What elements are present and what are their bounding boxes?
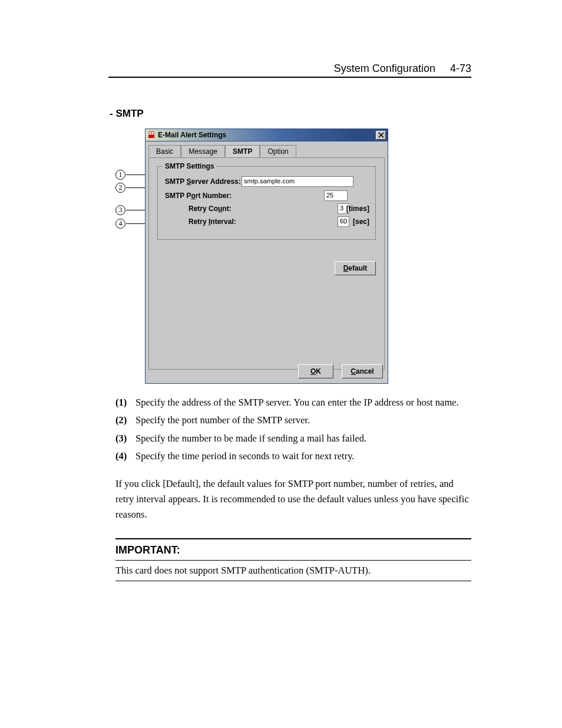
callout-1: 1 xyxy=(115,170,125,180)
tab-panel: SMTP Settings SMTP Server Address: smtp.… xyxy=(148,157,385,370)
tab-option[interactable]: Option xyxy=(260,145,296,157)
header-rule xyxy=(108,77,471,78)
callout-3: 3 xyxy=(115,205,125,215)
running-header: System Configuration 4-73 xyxy=(108,62,471,75)
input-port-number[interactable]: 25 xyxy=(324,190,348,201)
tab-message[interactable]: Message xyxy=(181,145,225,157)
label-server-address: SMTP Server Address: xyxy=(165,177,241,186)
app-icon xyxy=(147,131,156,139)
unit-retry-count: [times] xyxy=(346,205,369,213)
label-retry-count: Retry Count: xyxy=(189,205,232,213)
callout-2: 2 xyxy=(115,183,125,193)
description-list: (1)Specify the address of the SMTP serve… xyxy=(115,395,471,465)
dialog-title: E-Mail Alert Settings xyxy=(158,131,376,139)
important-mid-rule xyxy=(115,560,471,561)
callouts-container: 1 2 3 4 xyxy=(115,129,145,246)
input-server-address[interactable]: smtp.sample.com xyxy=(242,176,353,187)
chapter-title: System Configuration xyxy=(334,62,435,74)
row-port-number: SMTP Port Number: 25 xyxy=(165,190,369,202)
row-retry-count: Retry Count: 3 [times] xyxy=(165,203,369,215)
groupbox-smtp-settings: SMTP Settings SMTP Server Address: smtp.… xyxy=(157,166,376,240)
tab-smtp[interactable]: SMTP xyxy=(225,145,260,157)
important-text: This card does not support SMTP authenti… xyxy=(115,563,471,578)
svg-point-2 xyxy=(151,133,152,134)
important-top-rule xyxy=(115,538,471,539)
dialog-window: E-Mail Alert Settings BasicMessageSMTPOp… xyxy=(145,129,388,384)
unit-retry-interval: [sec] xyxy=(353,218,369,226)
body-text: (1)Specify the address of the SMTP serve… xyxy=(115,395,471,581)
tab-basic[interactable]: Basic xyxy=(148,145,181,157)
svg-rect-1 xyxy=(148,135,154,138)
important-bottom-rule xyxy=(115,581,471,581)
page-number: 4-73 xyxy=(450,62,471,74)
important-heading: IMPORTANT: xyxy=(115,542,471,559)
section-heading: - SMTP xyxy=(110,108,144,120)
callout-4: 4 xyxy=(115,219,125,229)
cancel-button[interactable]: Cancel xyxy=(342,364,383,378)
list-item: (4)Specify the time period in seconds to… xyxy=(115,449,471,464)
label-retry-interval: Retry Interval: xyxy=(189,218,236,226)
tabstrip: BasicMessageSMTPOption xyxy=(148,144,385,157)
row-server-address: SMTP Server Address: smtp.sample.com xyxy=(165,176,369,188)
default-button[interactable]: Default xyxy=(335,261,376,275)
note-paragraph: If you click [Default], the default valu… xyxy=(115,476,471,523)
list-item: (3)Specify the number to be made if send… xyxy=(115,431,471,446)
input-retry-interval[interactable]: 60 xyxy=(338,216,349,227)
titlebar: E-Mail Alert Settings xyxy=(146,129,388,141)
list-item: (2)Specify the port number of the SMTP s… xyxy=(115,413,471,428)
label-port-number: SMTP Port Number: xyxy=(165,192,232,200)
groupbox-legend: SMTP Settings xyxy=(163,162,217,170)
close-icon[interactable] xyxy=(376,131,386,140)
row-retry-interval: Retry Interval: 60 [sec] xyxy=(165,216,369,228)
list-item: (1)Specify the address of the SMTP serve… xyxy=(115,395,471,410)
ok-button[interactable]: OK xyxy=(298,364,333,378)
